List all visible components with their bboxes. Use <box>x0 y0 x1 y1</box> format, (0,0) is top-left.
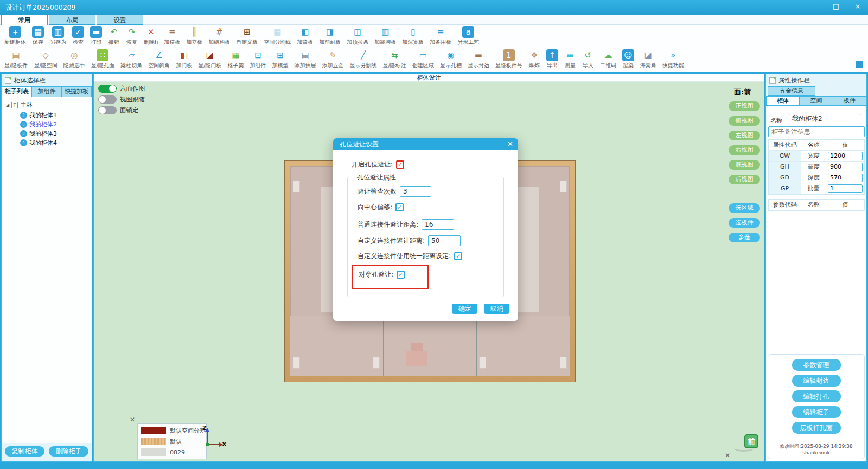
view-button[interactable]: 左视图 <box>729 131 760 140</box>
add-custom-board-button[interactable]: ⊞ 自定义板 <box>234 26 260 46</box>
view-button[interactable]: 右视图 <box>729 145 760 155</box>
tree-item-cabinet[interactable]: ▯ 我的柜体3 <box>20 130 92 138</box>
haitang-corner-button[interactable]: ◪ 海棠角 <box>638 49 659 69</box>
add-model-button[interactable]: ⊞ 加模型 <box>270 49 291 69</box>
space-divider-line-button[interactable]: ▦ 空间分割线 <box>261 26 293 46</box>
tab-cabinet-list[interactable]: 柜子列表 <box>2 86 32 97</box>
add-kick-board-button[interactable]: ▥ 加踢脚板 <box>372 26 398 46</box>
tab-quick-board[interactable]: 快捷加板 <box>62 86 92 97</box>
ok-button[interactable]: 确定 <box>452 304 477 314</box>
attribute-value-input[interactable] <box>828 174 863 182</box>
view-button[interactable]: 俯视图 <box>729 116 760 126</box>
add-horizontal-board-button[interactable]: ≡ 加横板 <box>162 26 182 46</box>
toggle-dimension-button[interactable]: ⇆ 显/隐标注 <box>381 49 409 69</box>
tree-item-cabinet[interactable]: ▯ 我的柜体1 <box>20 111 92 119</box>
tree-expander-icon[interactable] <box>6 102 9 107</box>
tab-hardware-info[interactable]: 五金信息 <box>768 86 815 96</box>
copy-cabinet-button[interactable]: 复制柜体 <box>5 446 44 457</box>
add-back-board-button[interactable]: ◧ 加背板 <box>295 26 315 46</box>
normal-connector-distance-input[interactable] <box>422 219 454 230</box>
explode-button[interactable]: ❖ 爆炸 <box>526 49 542 69</box>
check-count-input[interactable] <box>400 186 431 197</box>
toggle-boards-button[interactable]: ▤ 显/隐板件 <box>2 49 30 69</box>
new-cabinet-button[interactable]: ＋ 新建柜体 <box>2 26 28 46</box>
enable-avoidance-checkbox[interactable] <box>396 160 404 169</box>
maximize-icon[interactable]: □ <box>830 2 842 10</box>
custom-connector-distance-input[interactable] <box>428 235 461 246</box>
legend-row[interactable]: 0829 <box>141 447 206 458</box>
more-tools-icon[interactable] <box>856 61 863 68</box>
tree-item-cabinet[interactable]: ▯ 我的柜体4 <box>20 139 92 147</box>
shelf-drill-face-button[interactable]: 层板打孔面 <box>792 422 841 434</box>
cancel-button[interactable]: 取消 <box>484 304 509 314</box>
edit-drilling-button[interactable]: 编辑打孔 <box>792 390 841 402</box>
dialog-close-icon[interactable]: ✕ <box>507 138 513 150</box>
legend-close-icon[interactable] <box>130 416 135 423</box>
close-icon[interactable]: × <box>852 2 864 10</box>
add-component-button[interactable]: ⊡ 加组件 <box>248 49 269 69</box>
attribute-value-input[interactable] <box>828 163 863 171</box>
add-top-rail-button[interactable]: ◫ 加顶拉条 <box>344 26 371 46</box>
view-follow-toggle[interactable] <box>98 95 117 104</box>
render-button[interactable]: ☺ 渲染 <box>620 49 636 69</box>
view-button[interactable]: 底视图 <box>729 160 760 170</box>
six-face-toggle[interactable] <box>98 85 117 93</box>
hide-selected-button[interactable]: ◎ 隐藏选中 <box>61 49 87 69</box>
add-drawer-button[interactable]: ▤ 添加抽屉 <box>292 49 318 69</box>
quick-functions-button[interactable]: » 快捷功能 <box>660 49 686 69</box>
save-as-button[interactable]: ▥ 另存为 <box>48 26 68 46</box>
legend-row[interactable]: 默认空间分割 <box>141 425 206 436</box>
import-button[interactable]: ↺ 导入 <box>580 49 596 69</box>
add-front-seal-button[interactable]: ◨ 加前封板 <box>317 26 343 46</box>
tree-root-bedroom[interactable]: T 主卧 <box>2 97 92 110</box>
add-vertical-board-button[interactable]: ║ 加立板 <box>184 26 205 46</box>
tab-settings[interactable]: 设置 <box>97 15 143 25</box>
select-mode-button[interactable]: 选板件 <box>729 218 760 228</box>
cabinet-note-input[interactable] <box>768 126 865 137</box>
toggle-face-lock[interactable]: 面锁定 <box>98 106 139 114</box>
create-region-button[interactable]: ▭ 创建区域 <box>410 49 436 69</box>
qrcode-button[interactable]: ☁ 二维码 <box>598 49 618 69</box>
minimize-icon[interactable]: – <box>808 2 820 10</box>
add-spare-board-button[interactable]: ≡ 加备用板 <box>427 26 454 46</box>
unified-distance-checkbox[interactable] <box>454 252 462 260</box>
legend-row[interactable]: 默认 <box>141 436 206 447</box>
save-button[interactable]: ▤ 保存 <box>30 26 46 46</box>
tab-layout[interactable]: 布局 <box>49 15 95 25</box>
through-hole-avoidance-checkbox[interactable] <box>397 271 405 279</box>
toggle-door-button[interactable]: ◪ 显/隐门板 <box>196 49 224 69</box>
add-door-button[interactable]: ◧ 加门板 <box>174 49 194 69</box>
add-depth-board-button[interactable]: ▯ 加深宽板 <box>400 26 426 46</box>
attribute-value-input[interactable] <box>828 152 863 160</box>
measure-button[interactable]: ▬ 测量 <box>562 49 578 69</box>
toggle-view-follow[interactable]: 视图跟随 <box>98 95 145 104</box>
edit-cabinet-button[interactable]: 编辑柜子 <box>792 406 841 418</box>
undo-button[interactable]: ↶ 撤销 <box>106 26 122 46</box>
cabinet-name-input[interactable] <box>789 114 861 124</box>
canvas-close-icon[interactable] <box>725 452 730 459</box>
tab-space[interactable]: 空间 <box>800 96 833 106</box>
delete-cabinet-button[interactable]: 删除柜子 <box>49 446 88 457</box>
face-lock-toggle[interactable] <box>98 106 117 114</box>
toggle-space-button[interactable]: ◇ 显/隐空间 <box>31 49 59 69</box>
show-divider-line-button[interactable]: ╱ 显示分割线 <box>348 49 379 69</box>
select-mode-button[interactable]: 选区域 <box>729 203 760 213</box>
tab-common[interactable]: 常用 <box>1 15 48 25</box>
center-offset-checkbox[interactable] <box>395 203 404 211</box>
redo-button[interactable]: ↷ 恢复 <box>124 26 140 46</box>
attribute-value-input[interactable] <box>828 184 863 193</box>
edit-edge-band-button[interactable]: 编辑封边 <box>792 375 841 387</box>
delete-button[interactable]: ✕ 删除h <box>142 26 160 46</box>
toggle-six-face[interactable]: 六面作图 <box>98 85 145 93</box>
export-button[interactable]: ↑ 导出 <box>544 49 560 69</box>
print-button[interactable]: ▬ 打印 <box>88 26 104 46</box>
tab-board[interactable]: 板件 <box>833 96 866 106</box>
front-face-badge[interactable]: 前 <box>744 434 758 448</box>
param-manage-button[interactable]: 参数管理 <box>792 359 841 371</box>
special-craft-button[interactable]: a 异形工艺 <box>455 26 481 46</box>
show-edge-band-button[interactable]: ▬ 显示封边 <box>465 49 492 69</box>
beam-cut-corner-button[interactable]: ▱ 梁柱切角 <box>118 49 144 69</box>
tree-item-cabinet[interactable]: ▯ 我的柜体2 <box>20 120 92 129</box>
show-hole-slot-button[interactable]: ◉ 显示孔槽 <box>438 49 464 69</box>
space-bevel-button[interactable]: ∠ 空间斜角 <box>146 49 172 69</box>
